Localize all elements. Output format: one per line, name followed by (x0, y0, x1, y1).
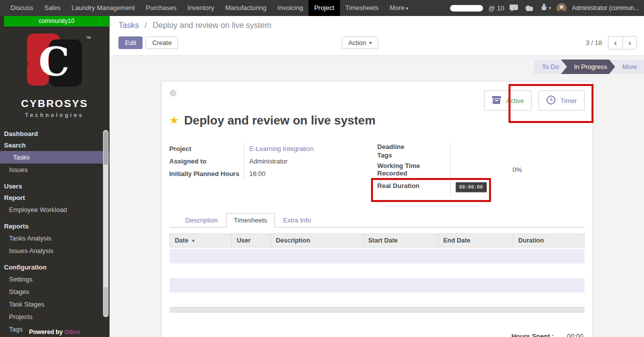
field-row-working-time: Working Time Recorded 0% (378, 160, 584, 180)
debug-menu[interactable]: ▾ (540, 3, 551, 13)
timesheet-table: Date▲UserDescriptionStart DateEnd DateDu… (170, 234, 584, 312)
tab-timesheets[interactable]: Timesheets (226, 213, 276, 228)
tab-description[interactable]: Description (178, 213, 226, 228)
sidebar-item-employee-workload[interactable]: Employee Workload (0, 204, 109, 216)
pager-count: 3 / 18 (586, 39, 602, 46)
sidebar-scrollbar[interactable] (103, 130, 108, 317)
chat-icon[interactable] (510, 4, 518, 12)
sidebar-item-users[interactable]: Users (0, 180, 109, 192)
timesheet-empty-row (170, 249, 584, 264)
table-horizontal-scrollbar[interactable] (170, 307, 584, 312)
pager-previous-button[interactable]: ‹ (608, 36, 622, 50)
database-badge: community10 (4, 16, 109, 26)
main-content: Tasks / Deploy and review on live system… (110, 16, 644, 337)
svg-text:C: C (38, 39, 70, 84)
topbar-menu-sales[interactable]: Sales (39, 0, 66, 16)
odoo-brand-link[interactable]: Odoo (64, 328, 80, 336)
sidebar-item-stages[interactable]: Stages (0, 286, 109, 298)
messages-counter[interactable]: @ 10 (488, 4, 504, 12)
tab-extra-info[interactable]: Extra Info (275, 213, 319, 228)
sidebar-item-issues-analysis[interactable]: Issues Analysis (0, 244, 109, 257)
column-header-end-date[interactable]: End Date (438, 234, 514, 247)
breadcrumb-separator: / (144, 21, 146, 30)
field-row-project: Project E-Learning Integration (170, 142, 369, 155)
sidebar-item-projects[interactable]: Projects (0, 310, 109, 323)
column-header-user[interactable]: User (232, 234, 271, 247)
column-header-duration[interactable]: Duration (514, 234, 584, 247)
field-value-deadline (450, 142, 584, 151)
edit-button[interactable]: Edit (118, 36, 142, 49)
chevron-down-icon: ▾ (370, 40, 372, 46)
hours-spent-summary: Hours Spent : 00:00 (170, 332, 584, 337)
topbar-menu-purchases[interactable]: Purchases (140, 0, 182, 16)
topbar-menu-laundry-management[interactable]: Laundry Management (66, 0, 140, 16)
field-label-real-duration: Real Duration (378, 180, 450, 195)
topbar-menu-discuss[interactable]: Discuss (5, 0, 39, 16)
topbar: DiscussSalesLaundry ManagementPurchasesI… (0, 0, 644, 16)
timesheet-table-body (170, 249, 584, 307)
sidebar-item-issues[interactable]: Issues (0, 164, 109, 176)
sidebar-item-report[interactable]: Report (0, 192, 109, 204)
topbar-menu-inventory[interactable]: Inventory (182, 0, 220, 16)
topbar-indicator-pill[interactable] (450, 5, 483, 12)
field-group-right: Deadline Tags Working Time Recorded 0% (378, 142, 584, 195)
topbar-menu: DiscussSalesLaundry ManagementPurchasesI… (0, 0, 414, 16)
field-label-planned-hours: Initially Planned Hours (170, 168, 244, 180)
notebook: DescriptionTimesheetsExtra Info Date▲Use… (170, 213, 584, 337)
task-title-row: ★ Deploy and review on live system (170, 114, 584, 128)
sort-asc-icon: ▲ (192, 238, 196, 242)
field-row-tags: Tags (378, 151, 584, 160)
topbar-menu-project[interactable]: Project (308, 0, 340, 16)
notebook-tabs: DescriptionTimesheetsExtra Info (170, 213, 584, 228)
sidebar-item-search[interactable]: Search (0, 140, 109, 151)
field-value-working-time-progress: 0% (450, 164, 584, 176)
topbar-menu-more[interactable]: More ▾ (384, 0, 414, 16)
topbar-menu-manufacturing[interactable]: Manufacturing (220, 0, 272, 16)
pager-next-button[interactable]: › (622, 36, 637, 50)
scrollbar-thumb-end[interactable] (104, 287, 108, 316)
field-group-left: Project E-Learning Integration Assigned … (170, 142, 369, 195)
field-label-project: Project (170, 142, 244, 155)
field-value-project[interactable]: E-Learning Integration (244, 142, 369, 155)
chevron-down-icon: ▾ (548, 6, 551, 10)
task-title: Deploy and review on live system (184, 114, 376, 128)
sidebar-item-tasks-analysis[interactable]: Tasks Analysis (0, 232, 109, 244)
sidebar-menu: DashboardSearchTasksIssuesUsersReportEmp… (0, 128, 109, 336)
sidebar-item-dashboard[interactable]: Dashboard (0, 128, 109, 140)
statusbar-step-to-do[interactable]: To Do (534, 60, 567, 74)
priority-star-icon[interactable]: ★ (170, 114, 180, 127)
cloud-icon[interactable] (524, 4, 535, 12)
sidebar-item-task-stages[interactable]: Task Stages (0, 298, 109, 310)
field-value-planned-hours: 16:00 (244, 168, 369, 180)
field-label-deadline: Deadline (378, 142, 450, 151)
scrollbar-thumb[interactable] (104, 131, 108, 165)
sidebar-item-tasks[interactable]: Tasks (0, 151, 109, 164)
action-dropdown[interactable]: Action ▾ (342, 36, 378, 49)
active-toggle-button[interactable]: Active (484, 90, 531, 110)
trademark-symbol: ™ (86, 36, 91, 41)
sidebar-item-configuration[interactable]: Configuration (0, 262, 109, 273)
pager: 3 / 18 ‹ › (586, 36, 637, 50)
sidebar-item-reports[interactable]: Reports (0, 220, 109, 232)
column-header-description[interactable]: Description (271, 234, 364, 247)
topbar-menu-timesheets[interactable]: Timesheets (340, 0, 384, 16)
field-value-tags (450, 151, 584, 160)
user-menu[interactable]: Administrator (commun... (572, 4, 639, 12)
column-header-date[interactable]: Date▲ (170, 234, 232, 247)
user-avatar[interactable] (556, 3, 566, 13)
sidebar-item-settings[interactable]: Settings (0, 273, 109, 286)
field-row-real-duration: Real Duration 00:00:00 (378, 180, 584, 195)
brand-name: CYBROSYS (0, 98, 109, 110)
timer-button[interactable]: Timer (538, 90, 584, 110)
archive-box-icon (492, 96, 502, 106)
bug-icon (540, 3, 548, 13)
hours-spent-label: Hours Spent : (512, 332, 554, 337)
column-header-start-date[interactable]: Start Date (364, 234, 438, 247)
statusbar-step-in-progress[interactable]: In Progress (561, 60, 615, 74)
create-button[interactable]: Create (146, 36, 178, 49)
control-panel-buttons: Edit Create Action ▾ 3 / 18 ‹ › (118, 36, 637, 50)
breadcrumb-tasks[interactable]: Tasks (118, 21, 139, 30)
task-image-placeholder[interactable] (170, 90, 176, 96)
topbar-menu-invoicing[interactable]: Invoicing (272, 0, 308, 16)
mention-icon: @ (488, 4, 495, 12)
